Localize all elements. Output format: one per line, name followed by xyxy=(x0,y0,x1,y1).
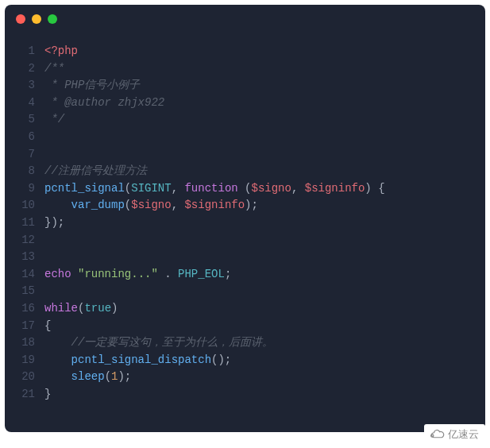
code-token: ; xyxy=(225,268,231,280)
code-line-content: pcntl_signal(SIGINT, function ($signo, $… xyxy=(44,180,385,198)
code-token: , xyxy=(172,182,185,195)
code-token: }); xyxy=(44,216,64,229)
code-line: 15 xyxy=(5,283,485,300)
code-line-content: * @author zhjx922 xyxy=(44,95,164,112)
code-token: echo xyxy=(44,268,71,280)
close-icon[interactable] xyxy=(16,14,25,24)
code-token: pcntl_signal xyxy=(44,182,125,195)
line-number: 17 xyxy=(5,318,44,335)
line-number: 6 xyxy=(5,129,44,146)
code-line: 14echo "running..." . PHP_EOL; xyxy=(5,266,485,284)
code-token: function xyxy=(184,182,237,195)
code-line: 12 xyxy=(5,232,485,249)
code-token xyxy=(44,336,71,349)
line-number: 9 xyxy=(5,180,44,198)
code-line: 8//注册信号处理方法 xyxy=(5,163,485,180)
code-token: $signinfo xyxy=(184,199,245,211)
code-token: ( xyxy=(238,182,252,195)
code-line-content: * PHP信号小例子 xyxy=(44,77,140,95)
code-token: ( xyxy=(125,182,131,195)
line-number: 10 xyxy=(5,197,44,214)
code-token: "running..." xyxy=(78,268,158,280)
line-number: 21 xyxy=(5,386,44,404)
code-token: } xyxy=(44,388,51,400)
code-line: 21} xyxy=(5,386,485,404)
code-token: $signinfo xyxy=(305,182,365,195)
code-token: PHP_EOL xyxy=(178,268,225,280)
svg-point-0 xyxy=(431,434,434,437)
line-number: 14 xyxy=(5,266,44,284)
code-token: * @author zhjx922 xyxy=(44,96,164,109)
code-token: . xyxy=(158,268,178,280)
code-token: { xyxy=(44,319,51,332)
code-line: 16while(true) xyxy=(5,300,485,318)
code-line-content: /** xyxy=(44,60,64,78)
code-token: (); xyxy=(211,353,231,366)
watermark-text: 亿速云 xyxy=(448,427,479,442)
code-token: * PHP信号小例子 xyxy=(44,79,140,91)
code-line: 6 xyxy=(5,129,485,146)
code-area: 1<?php2/**3 * PHP信号小例子4 * @author zhjx92… xyxy=(5,33,485,432)
code-token: $signo xyxy=(252,182,291,195)
line-number: 20 xyxy=(5,369,44,386)
line-number: 15 xyxy=(5,283,44,300)
code-line: 18 //一定要写这句，至于为什么，后面讲。 xyxy=(5,334,485,352)
line-number: 19 xyxy=(5,352,44,369)
line-number: 11 xyxy=(5,214,44,232)
code-line-content: //一定要写这句，至于为什么，后面讲。 xyxy=(44,334,273,352)
code-line-content: */ xyxy=(44,111,64,129)
code-line: 4 * @author zhjx922 xyxy=(5,95,485,112)
code-token: //一定要写这句，至于为什么，后面讲。 xyxy=(71,336,274,349)
code-line: 1<?php xyxy=(5,43,485,60)
code-line-content: <?php xyxy=(44,43,78,60)
code-token: ); xyxy=(245,199,258,211)
line-number: 3 xyxy=(5,77,44,95)
minimize-icon[interactable] xyxy=(32,14,41,24)
code-token: var_dump xyxy=(71,199,125,211)
code-line-content: while(true) xyxy=(44,300,118,318)
code-line-content: echo "running..." . PHP_EOL; xyxy=(44,266,231,284)
code-line-content: sleep(1); xyxy=(44,369,131,386)
code-token: ( xyxy=(105,370,111,383)
code-token: //注册信号处理方法 xyxy=(44,164,147,177)
code-token: /** xyxy=(44,62,64,75)
code-line: 17{ xyxy=(5,318,485,335)
code-line-content: //注册信号处理方法 xyxy=(44,163,147,180)
code-token xyxy=(44,353,71,366)
code-token: , xyxy=(291,182,305,195)
code-line-content: }); xyxy=(44,214,64,232)
code-token xyxy=(44,370,71,383)
code-line: 5 */ xyxy=(5,111,485,129)
line-number: 7 xyxy=(5,146,44,164)
code-token: while xyxy=(44,302,78,315)
line-number: 8 xyxy=(5,163,44,180)
code-line: 3 * PHP信号小例子 xyxy=(5,77,485,95)
code-line: 2/** xyxy=(5,60,485,78)
watermark: 亿速云 xyxy=(424,424,485,445)
code-line-content: } xyxy=(44,386,51,404)
code-token xyxy=(71,268,78,280)
line-number: 12 xyxy=(5,232,44,249)
code-line: 9pcntl_signal(SIGINT, function ($signo, … xyxy=(5,180,485,198)
code-token: sleep xyxy=(71,370,105,383)
code-token: ) { xyxy=(365,182,384,195)
line-number: 13 xyxy=(5,249,44,266)
line-number: 5 xyxy=(5,111,44,129)
code-line: 10 var_dump($signo, $signinfo); xyxy=(5,197,485,214)
line-number: 18 xyxy=(5,334,44,352)
code-token: ( xyxy=(125,199,131,211)
cloud-icon xyxy=(430,429,445,440)
code-token: ) xyxy=(111,302,118,315)
code-line: 20 sleep(1); xyxy=(5,369,485,386)
code-line-content: var_dump($signo, $signinfo); xyxy=(44,197,258,214)
code-token: ); xyxy=(118,370,131,383)
code-token: , xyxy=(172,199,185,211)
line-number: 4 xyxy=(5,95,44,112)
code-editor-window: 1<?php2/**3 * PHP信号小例子4 * @author zhjx92… xyxy=(5,5,485,432)
code-line: 7 xyxy=(5,146,485,164)
code-line: 13 xyxy=(5,249,485,266)
window-title-bar xyxy=(5,5,485,33)
code-line-content: { xyxy=(44,318,51,335)
maximize-icon[interactable] xyxy=(48,14,57,24)
code-token: pcntl_signal_dispatch xyxy=(71,353,211,366)
